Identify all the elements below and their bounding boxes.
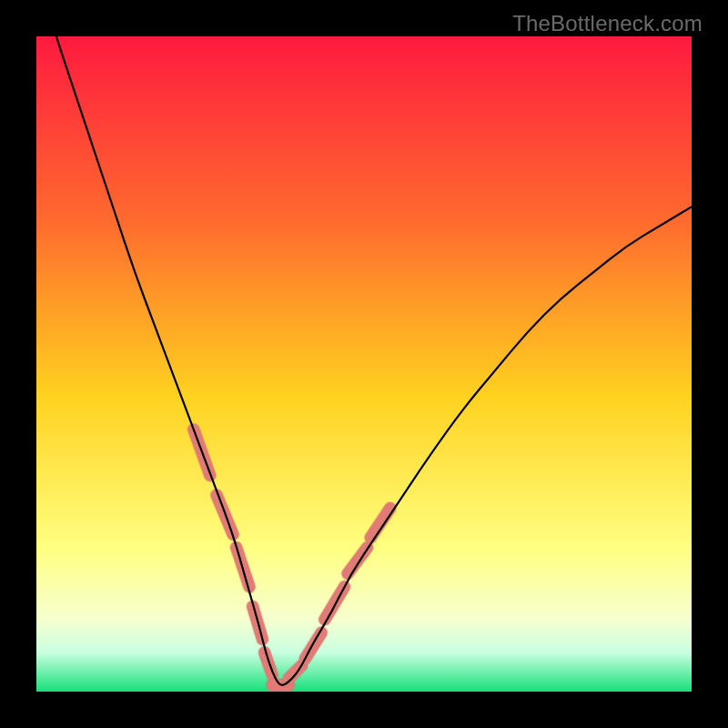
marker-segment	[265, 652, 273, 675]
marker-segment	[370, 508, 390, 537]
plot-area	[36, 36, 692, 692]
watermark-text: TheBottleneck.com	[512, 11, 703, 36]
curve-layer	[36, 36, 692, 692]
chart-frame: TheBottleneck.com	[0, 0, 728, 728]
marker-segment	[348, 548, 368, 574]
bottleneck-curve	[36, 36, 692, 685]
